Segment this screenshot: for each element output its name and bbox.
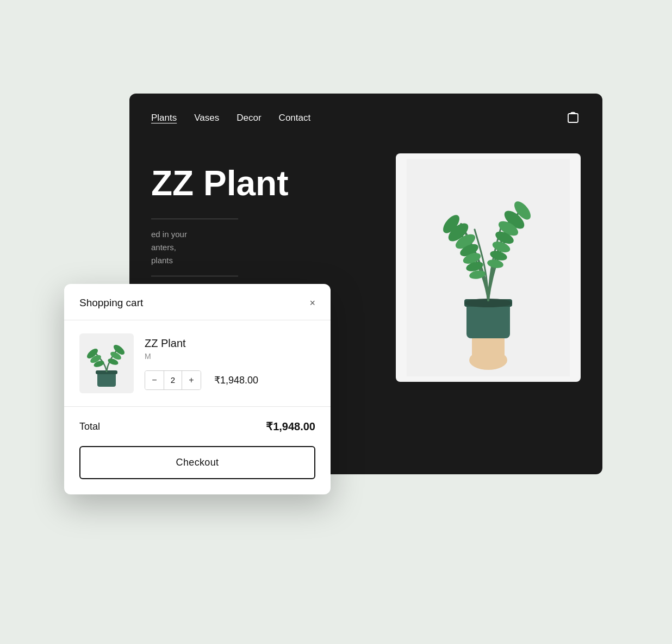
cart-total-row: Total ₹1,948.00 [64, 407, 331, 446]
product-description: ed in your anters, plants [151, 228, 260, 267]
cart-icon[interactable] [565, 109, 581, 127]
product-title: ZZ Plant [151, 164, 374, 202]
svg-rect-0 [568, 114, 578, 122]
decorative-line-1 [151, 219, 238, 219]
cart-item-controls: − 2 + ₹1,948.00 [145, 370, 315, 390]
cart-total-value: ₹1,948.00 [266, 420, 315, 433]
quantity-value: 2 [164, 371, 182, 389]
nav-decor[interactable]: Decor [237, 113, 261, 123]
plant-illustration [396, 153, 581, 382]
cart-item-details: ZZ Plant M − 2 + ₹1,948.00 [145, 337, 315, 390]
cart-item-name: ZZ Plant [145, 337, 315, 350]
website-text-area: ZZ Plant ed in your anters, plants [151, 153, 374, 285]
product-image [396, 153, 581, 382]
cart-total-label: Total [79, 421, 100, 432]
cart-item-price: ₹1,948.00 [214, 374, 258, 386]
quantity-control: − 2 + [145, 370, 201, 390]
cart-item: ZZ Plant M − 2 + ₹1,948.00 [64, 320, 331, 407]
website-nav: Plants Vases Decor Contact [129, 94, 602, 143]
cart-header: Shopping cart × [64, 284, 331, 320]
cart-item-variant: M [145, 352, 315, 361]
shopping-cart-modal: Shopping cart × [64, 284, 331, 494]
nav-vases[interactable]: Vases [194, 113, 219, 123]
cart-close-button[interactable]: × [309, 298, 315, 308]
cart-checkout-area: Checkout [64, 446, 331, 494]
nav-contact[interactable]: Contact [279, 113, 311, 123]
decorative-line-2 [151, 276, 238, 276]
scene: Plants Vases Decor Contact ZZ Plant ed i… [64, 72, 608, 572]
cart-title: Shopping cart [79, 297, 143, 309]
checkout-button[interactable]: Checkout [79, 446, 315, 479]
quantity-increase-button[interactable]: + [182, 371, 201, 389]
nav-plants[interactable]: Plants [151, 113, 177, 123]
cart-item-image [79, 333, 134, 393]
quantity-decrease-button[interactable]: − [145, 371, 164, 389]
